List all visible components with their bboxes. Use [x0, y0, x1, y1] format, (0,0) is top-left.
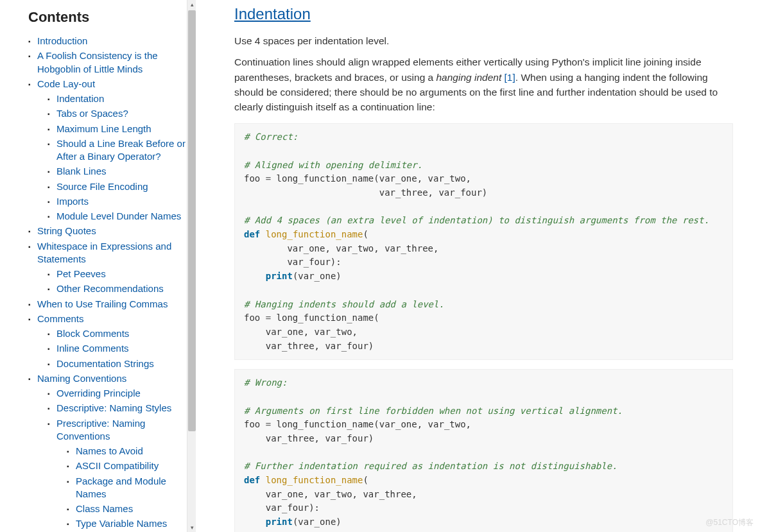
toc-item: Class Names: [67, 502, 191, 515]
toc-link[interactable]: String Quotes: [37, 225, 96, 236]
footnote-link[interactable]: [1]: [505, 72, 515, 83]
toc-link[interactable]: Descriptive: Naming Styles: [56, 402, 171, 413]
watermark: @51CTO博客: [705, 517, 754, 528]
toc-link[interactable]: Maximum Line Length: [56, 123, 151, 134]
toc-link[interactable]: Block Comments: [56, 328, 129, 339]
toc-link[interactable]: ASCII Compatibility: [76, 460, 159, 471]
toc-list: IntroductionA Foolish Consistency is the…: [28, 35, 191, 532]
toc-sublist: Names to AvoidASCII CompatibilityPackage…: [56, 445, 191, 532]
toc-item: Code Lay-outIndentationTabs or Spaces?Ma…: [28, 78, 191, 223]
section-heading[interactable]: Indentation: [234, 3, 733, 26]
toc-link[interactable]: Tabs or Spaces?: [56, 108, 128, 119]
toc-item: Documentation Strings: [48, 357, 191, 370]
toc-item: Other Recommendations: [48, 282, 191, 295]
toc-sublist: IndentationTabs or Spaces?Maximum Line L…: [37, 92, 191, 223]
toc-link[interactable]: Comments: [37, 313, 84, 324]
scroll-up-icon[interactable]: ▴: [187, 0, 196, 9]
paragraph: Continuation lines should align wrapped …: [234, 55, 733, 114]
toc-link[interactable]: Indentation: [56, 93, 104, 104]
toc-link[interactable]: A Foolish Consistency is the Hobgoblin o…: [37, 50, 158, 74]
toc-item: Descriptive: Naming Styles: [48, 402, 191, 415]
toc-item: String Quotes: [28, 225, 191, 237]
code-block-correct: # Correct: # Aligned with opening delimi…: [234, 123, 733, 360]
toc-link[interactable]: Package and Module Names: [76, 476, 166, 499]
toc-link[interactable]: Overriding Principle: [56, 388, 141, 399]
toc-item: Package and Module Names: [67, 475, 191, 501]
toc-link[interactable]: Documentation Strings: [56, 358, 154, 369]
toc-item: Type Variable Names: [67, 517, 191, 530]
toc-title: Contents: [28, 9, 191, 26]
scrollbar-thumb[interactable]: [188, 10, 196, 431]
toc-link[interactable]: Pet Peeves: [56, 268, 106, 279]
toc-link[interactable]: Type Variable Names: [76, 518, 167, 529]
page-layout: Contents IntroductionA Foolish Consisten…: [0, 0, 760, 532]
toc-link[interactable]: Module Level Dunder Names: [56, 210, 181, 221]
toc-link[interactable]: Should a Line Break Before or After a Bi…: [56, 138, 186, 162]
toc-sublist: Pet PeevesOther Recommendations: [37, 268, 191, 296]
scroll-down-icon[interactable]: ▾: [187, 523, 196, 532]
toc-item: Imports: [48, 195, 191, 208]
toc-sidebar: Contents IntroductionA Foolish Consisten…: [0, 0, 196, 532]
toc-link[interactable]: Class Names: [76, 503, 133, 514]
toc-item: Module Level Dunder Names: [48, 210, 191, 223]
paragraph: Use 4 spaces per indentation level.: [234, 33, 733, 48]
toc-item: Block Comments: [48, 327, 191, 340]
toc-link[interactable]: Introduction: [37, 35, 87, 46]
toc-link[interactable]: Blank Lines: [56, 166, 107, 176]
toc-item: Maximum Line Length: [48, 123, 191, 135]
toc-item: CommentsBlock CommentsInline CommentsDoc…: [28, 313, 191, 370]
toc-link[interactable]: Source File Encoding: [56, 181, 148, 192]
toc-sublist: Block CommentsInline CommentsDocumentati…: [37, 327, 191, 370]
toc-item: Should a Line Break Before or After a Bi…: [48, 137, 191, 164]
toc-item: A Foolish Consistency is the Hobgoblin o…: [28, 49, 191, 76]
toc-link[interactable]: When to Use Trailing Commas: [37, 298, 168, 309]
toc-item: Indentation: [48, 92, 191, 105]
toc-item: Tabs or Spaces?: [48, 107, 191, 120]
toc-item: Overriding Principle: [48, 387, 191, 400]
toc-item: When to Use Trailing Commas: [28, 298, 191, 311]
toc-link[interactable]: Imports: [56, 196, 89, 207]
toc-item: ASCII Compatibility: [67, 459, 191, 472]
sidebar-scrollbar[interactable]: ▴ ▾: [187, 0, 196, 532]
toc-item: Whitespace in Expressions and Statements…: [28, 240, 191, 296]
toc-item: Source File Encoding: [48, 180, 191, 193]
toc-sublist: Overriding PrincipleDescriptive: Naming …: [37, 387, 191, 532]
toc-item: Introduction: [28, 35, 191, 47]
toc-link[interactable]: Whitespace in Expressions and Statements: [37, 241, 171, 264]
toc-item: Blank Lines: [48, 165, 191, 178]
toc-item: Prescriptive: Naming ConventionsNames to…: [48, 417, 191, 533]
toc-link[interactable]: Naming Conventions: [37, 373, 126, 384]
toc-link[interactable]: Names to Avoid: [76, 445, 143, 456]
toc-link[interactable]: Inline Comments: [56, 343, 129, 354]
toc-item: Inline Comments: [48, 342, 191, 355]
code-block-wrong: # Wrong: # Arguments on first line forbi…: [234, 369, 733, 532]
toc-link[interactable]: Prescriptive: Naming Conventions: [56, 418, 145, 442]
main-content: Indentation Use 4 spaces per indentation…: [196, 0, 760, 532]
toc-link[interactable]: Other Recommendations: [56, 283, 164, 294]
toc-item: Pet Peeves: [48, 268, 191, 280]
toc-item: Names to Avoid: [67, 445, 191, 458]
toc-link[interactable]: Code Lay-out: [37, 78, 95, 89]
toc-item: Naming ConventionsOverriding PrincipleDe…: [28, 372, 191, 532]
